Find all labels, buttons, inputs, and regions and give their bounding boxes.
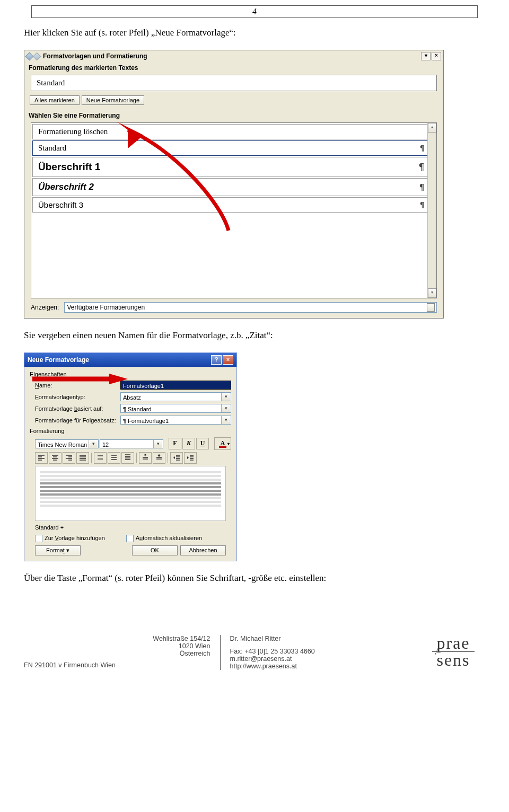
panel-titlebar: Formatvorlagen und Formatierung ▾ ×: [24, 50, 443, 61]
dialog-help-button[interactable]: ?: [211, 355, 222, 365]
style-item-h1[interactable]: Überschrift 1¶: [32, 157, 435, 177]
format-button[interactable]: Format ▾: [35, 545, 81, 555]
styles-list[interactable]: Formatierung löschen Standard¶ Überschri…: [31, 122, 437, 298]
para-3: Über die Taste „Format“ (s. roter Pfeil)…: [24, 573, 485, 584]
pilcrow-icon: ¶: [420, 144, 424, 153]
anzeigen-select[interactable]: Verfügbare Formatierungen: [64, 302, 437, 313]
label-name: Name:: [35, 382, 117, 389]
scroll-down-button[interactable]: ▾: [428, 288, 436, 298]
pilcrow-icon: ¶: [420, 200, 424, 209]
font-color-button[interactable]: A▾: [214, 437, 231, 450]
next-style-select[interactable]: ¶ Formatvorlage1: [120, 416, 231, 425]
panel-close-button[interactable]: ×: [432, 52, 441, 60]
font-size-select[interactable]: 12: [100, 439, 163, 448]
space-before-inc-button[interactable]: [139, 452, 152, 464]
panel-title-icon: [33, 52, 41, 60]
italic-button[interactable]: K: [182, 438, 195, 449]
section-label-choose: Wählen Sie eine Formatierung: [24, 109, 443, 122]
para-1: Hier klicken Sie auf (s. roter Pfeil) „N…: [24, 28, 485, 38]
bold-button[interactable]: F: [169, 438, 181, 449]
label-next-style: Formatvorlage für Folgeabsatz:: [35, 417, 117, 423]
footer-address: Wehlistraße 154/12 1020 Wien Österreich …: [24, 635, 220, 670]
checkbox-auto-update[interactable]: Automatisch aktualisieren: [126, 535, 202, 542]
align-center-button[interactable]: [49, 452, 62, 464]
page-number: 4: [31, 5, 478, 18]
checkbox-add-template[interactable]: Zur Vorlage hinzufügen: [35, 535, 105, 542]
ok-button[interactable]: OK: [132, 545, 178, 555]
para-2: Sie vergeben einen neuen Namen für die F…: [24, 330, 485, 341]
align-right-button[interactable]: [63, 452, 75, 464]
current-style-box[interactable]: Standard: [31, 75, 437, 91]
underline-button[interactable]: U: [196, 438, 209, 449]
group-properties: Eigenschaften: [30, 371, 231, 377]
spacing-1_5-button[interactable]: [108, 452, 120, 464]
space-before-dec-button[interactable]: [153, 452, 165, 464]
screenshot-styles-panel: Formatvorlagen und Formatierung ▾ × Form…: [24, 50, 444, 319]
indent-dec-button[interactable]: [170, 452, 183, 464]
screenshot-new-style-dialog: Neue Formatvorlage ? × Eigenschaften Nam…: [24, 352, 237, 561]
scrollbar[interactable]: ▴ ▾: [427, 123, 436, 298]
page-footer: Wehlistraße 154/12 1020 Wien Österreich …: [0, 595, 509, 681]
align-justify-button[interactable]: [76, 452, 89, 464]
label-based-on: Formatvorlage basiert auf:: [35, 405, 117, 412]
style-item-standard[interactable]: Standard¶: [32, 140, 435, 156]
dialog-titlebar: Neue Formatvorlage ? ×: [24, 353, 236, 367]
group-formatting: Formatierung: [30, 428, 231, 434]
indent-inc-button[interactable]: [184, 452, 197, 464]
cancel-button[interactable]: Abbrechen: [180, 545, 226, 555]
style-preview: [35, 466, 226, 521]
style-item-h2[interactable]: Überschrift 2¶: [32, 178, 435, 196]
name-input[interactable]: Formatvorlage1: [120, 381, 231, 390]
pilcrow-icon: ¶: [419, 161, 424, 173]
based-on-select[interactable]: ¶ Standard: [120, 404, 231, 413]
type-select[interactable]: Absatz: [120, 392, 231, 401]
spacing-1-button[interactable]: [94, 452, 107, 464]
scroll-up-button[interactable]: ▴: [428, 123, 436, 133]
font-name-select[interactable]: Times New Roman: [35, 439, 99, 448]
spacing-2-button[interactable]: [121, 452, 134, 464]
anzeigen-label: Anzeigen:: [31, 304, 59, 311]
style-item-h3[interactable]: Überschrift 3¶: [32, 197, 435, 213]
section-label-current: Formatierung des markierten Textes: [24, 61, 443, 75]
align-left-button[interactable]: [35, 452, 48, 464]
style-item-clear[interactable]: Formatierung löschen: [32, 124, 435, 139]
based-on-summary: Standard +: [35, 524, 226, 531]
dialog-title: Neue Formatvorlage: [28, 356, 89, 364]
dialog-close-button[interactable]: ×: [223, 355, 233, 365]
panel-dropdown-button[interactable]: ▾: [421, 52, 431, 60]
new-style-button[interactable]: Neue Formatvorlage: [82, 95, 144, 105]
footer-contact: Dr. Michael Ritter Fax: +43 [0]1 25 3303…: [220, 635, 422, 670]
select-all-button[interactable]: Alles markieren: [30, 95, 80, 105]
pilcrow-icon: ¶: [420, 182, 425, 192]
label-type: Formatvorlagentyp:: [35, 394, 117, 400]
panel-title: Formatvorlagen und Formatierung: [43, 52, 420, 60]
praesens-logo: prae sens: [422, 635, 485, 667]
